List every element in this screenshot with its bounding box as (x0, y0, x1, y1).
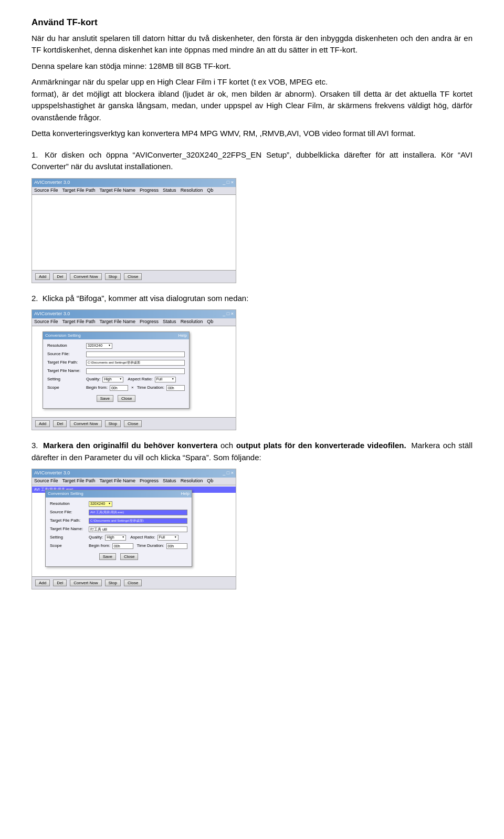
dialog3-source-label: Source File: (50, 509, 87, 515)
dialog3-target-path-label: Target File Path: (50, 517, 87, 524)
win1-menu-name: Target File Name (100, 187, 136, 194)
win3-titlebar: AVIConverter 3.0 _ □ × (32, 469, 236, 478)
win2-menu-res: Resolution (181, 318, 203, 326)
win2-convert-button[interactable]: Convert Now (70, 420, 101, 427)
win2-menu-status: Status (163, 318, 176, 326)
win3-close-button[interactable]: Close (124, 579, 142, 586)
dialog3-setting-label: Setting (50, 534, 87, 541)
win1-titlebar: AVIConverter 3.0 _ □ × (32, 179, 236, 187)
dialog2-target-path-input[interactable]: C:\Documents and Settings\登录\桌面 (86, 360, 185, 366)
win1-content (32, 195, 236, 270)
dialog3-begin-input[interactable]: 00h (112, 543, 133, 549)
dialog2-source-row: Source File: (47, 351, 185, 357)
dialog3-timedur-input[interactable]: 00h (166, 543, 187, 549)
dialog2-scope-row: Scope Begin from: 00h × Time Duration: 0… (47, 385, 185, 391)
win2-menu-progress: Progress (140, 318, 159, 326)
dialog3-source-row: Source File: AVI 工具(用具\用具.exe) (50, 509, 187, 515)
dialog3-resolution-dropdown[interactable]: 320X240 (89, 501, 112, 507)
win3-controls: _ □ × (223, 470, 234, 477)
dialog2-footer: Save Close (47, 393, 185, 405)
win3-menu-source: Source File (34, 478, 58, 485)
para3-text-a: Anmärkningar när du spelar upp en High C… (32, 77, 328, 86)
win1-title: AVIConverter 3.0 (34, 179, 70, 187)
dialog3-setting-row: Setting Quality: High Aspect Ratio: Full (50, 534, 187, 541)
dialog3-titlebar: Conversion Setting Help (46, 490, 192, 498)
dialog3-resolution-label: Resolution (50, 501, 87, 507)
dialog2-source-label: Source File: (47, 351, 84, 357)
win3-stop-button[interactable]: Stop (105, 579, 121, 586)
win1-del-button[interactable]: Del (53, 273, 67, 280)
win3-add-button[interactable]: Add (35, 579, 50, 586)
dialog3-target-path-input[interactable]: C:\Documents and Settings\登录\桌面\ (89, 518, 187, 524)
win3-convert-button[interactable]: Convert Now (70, 579, 101, 586)
paragraph-1: När du har anslutit spelaren till datorn… (32, 33, 472, 56)
step3-heading: 3. Markera den originalfil du behöver ko… (32, 440, 472, 463)
win2-titlebar: AVIConverter 3.0 _ □ × (32, 310, 236, 318)
dialog2-source-input[interactable] (86, 351, 185, 357)
dialog3-body: Resolution 320X240 Source File: AVI 工具(用… (46, 498, 192, 566)
dialog2-target-name-input[interactable] (86, 368, 185, 374)
win1-menu-progress: Progress (140, 187, 159, 194)
dialog2-save-button[interactable]: Save (97, 395, 113, 402)
win2-del-button[interactable]: Del (53, 420, 67, 427)
dialog2-timedur-input[interactable]: 00h (166, 385, 185, 391)
win1-menubar: Source File Target File Path Target File… (32, 187, 236, 195)
win2-title: AVIConverter 3.0 (34, 310, 70, 318)
step3-bold1: Markera den originalfil du behöver konve… (43, 441, 217, 450)
dialog2-target-path-row: Target File Path: C:\Documents and Setti… (47, 359, 185, 366)
dialog3-save-button[interactable]: Save (99, 553, 116, 560)
dialog3-aspect-label: Aspect Ratio: (130, 534, 155, 541)
conversion-dialog: Conversion Setting Help Resolution 320X2… (43, 332, 190, 409)
screenshot-2: AVIConverter 3.0 _ □ × Source File Targe… (32, 309, 236, 430)
win1-convert-button[interactable]: Convert Now (70, 273, 101, 280)
paragraph-4: Detta konverteringsverktyg kan konverter… (32, 128, 472, 140)
win3-bottombar: Add Del Convert Now Stop Close (32, 576, 236, 589)
dialog2-quality-label: Quality: (86, 376, 100, 382)
win1-add-button[interactable]: Add (35, 273, 50, 280)
paragraph-3: Anmärkningar när du spelar upp en High C… (32, 76, 472, 123)
screenshot-1: AVIConverter 3.0 _ □ × Source File Targe… (32, 178, 236, 283)
dialog3-help[interactable]: Help (181, 491, 190, 497)
win2-menu-qb: Qb (207, 318, 213, 326)
win2-add-button[interactable]: Add (35, 420, 50, 427)
win1-menu-source: Source File (34, 187, 58, 194)
dialog2-setting-row: Setting Quality: High Aspect Ratio: Full (47, 376, 185, 382)
dialog2-resolution-label: Resolution (47, 343, 84, 349)
dialog3-title: Conversion Setting (48, 491, 83, 497)
dialog2-resolution-dropdown[interactable]: 320X240 (86, 343, 112, 349)
dialog3-footer: Save Close (50, 551, 187, 563)
dialog3-target-name-input[interactable]: 打工具 util (89, 526, 187, 532)
win2-menu-name: Target File Name (100, 318, 136, 326)
dialog2-help[interactable]: Help (178, 333, 187, 339)
dialog3-target-name-label: Target File Name: (50, 526, 87, 532)
dialog3-quality-dropdown[interactable]: High (105, 535, 126, 541)
dialog3-scope-label: Scope (50, 543, 87, 549)
dialog3-close-button[interactable]: Close (120, 553, 138, 560)
win2-close-button[interactable]: Close (124, 420, 142, 427)
win1-stop-button[interactable]: Stop (105, 273, 121, 280)
step3-and: och (220, 441, 236, 450)
dialog2-quality-dropdown[interactable]: High (102, 377, 123, 382)
dialog2-begin-input[interactable]: 00h (110, 385, 128, 391)
win1-bottombar: Add Del Convert Now Stop Close (32, 270, 236, 283)
dialog3-target-name-row: Target File Name: 打工具 util (50, 526, 187, 532)
dialog3-source-input[interactable]: AVI 工具(用具\用具.exe) (89, 510, 187, 515)
dialog3-quality-label: Quality: (89, 534, 103, 541)
win3-del-button[interactable]: Del (53, 579, 67, 586)
dialog2-close-button[interactable]: Close (118, 395, 135, 402)
dialog3-scope-row: Scope Begin from: 00h Time Duration: 00h (50, 543, 187, 549)
dialog2-setting-label: Setting (47, 376, 84, 382)
dialog2-begin-label: Begin from: (86, 385, 108, 391)
win1-menu-target: Target File Path (62, 187, 96, 194)
dialog3-aspect-dropdown[interactable]: Full (158, 535, 178, 541)
win3-menu-name: Target File Name (100, 478, 136, 485)
win2-bottombar: Add Del Convert Now Stop Close (32, 417, 236, 430)
win2-stop-button[interactable]: Stop (105, 420, 121, 427)
dialog2-aspect-label: Aspect Ratio: (128, 376, 153, 382)
win2-content: Conversion Setting Help Resolution 320X2… (32, 326, 236, 417)
win1-close-button[interactable]: Close (124, 273, 142, 280)
step3-bold2: output plats för den konverterade videof… (236, 441, 406, 450)
dialog2-resolution-row: Resolution 320X240 (47, 343, 185, 349)
dialog2-aspect-dropdown[interactable]: Full (155, 377, 176, 382)
win1-controls: _ □ × (223, 179, 234, 187)
